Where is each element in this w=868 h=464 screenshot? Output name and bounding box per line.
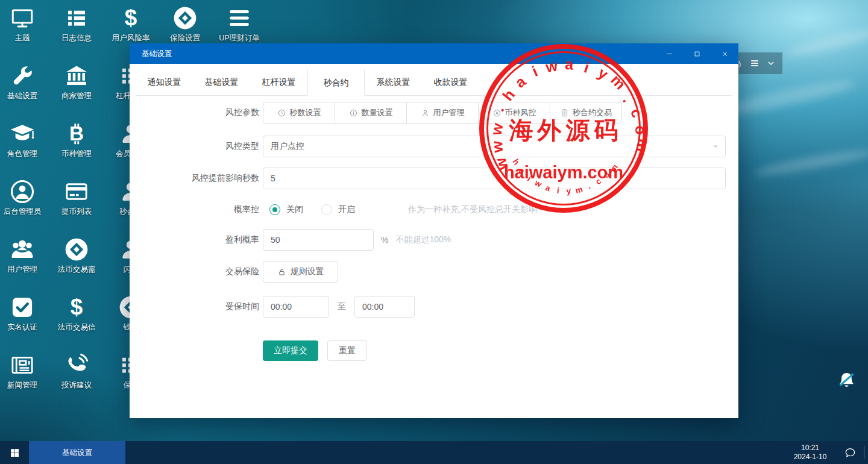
desktop-icon-label: 日志信息 [50,33,103,43]
tab-3[interactable]: 秒合约 [307,69,365,96]
show-desktop-divider[interactable] [864,446,864,459]
desktop-icon-label: UP理财订单 [213,33,266,43]
chat-button[interactable] [836,441,864,464]
settings-window: 基础设置 通知设置基础设置杠杆设置秒合约系统设置收款设置 风控参数 秒数设置数量… [130,43,738,418]
radio-closed[interactable]: 关闭 [269,204,303,215]
risk-param-button[interactable]: 秒合约交易 [550,102,622,124]
desktop-icon-label: 投诉建议 [50,380,103,390]
desktop-icon[interactable]: 保险设置 [159,5,212,43]
bell-muted-icon[interactable] [836,371,857,392]
desktop-icon[interactable]: 商家管理 [50,63,103,101]
desktop-icon[interactable]: UP理财订单 [213,5,266,43]
desktop-icon[interactable]: 用户管理 [0,236,49,275]
tab-4[interactable]: 系统设置 [365,69,422,95]
radio-open[interactable]: 开启 [321,204,355,215]
risk-advance-seconds-input[interactable] [263,168,726,189]
field-label: 概率控 [130,204,259,215]
tab-1[interactable]: 基础设置 [193,69,250,95]
minimize-button[interactable] [655,43,683,64]
desktop-icon-label: 用户风险率 [104,33,157,43]
window-titlebar[interactable]: 基础设置 [130,43,738,64]
desktop-icon-label: 角色管理 [0,149,49,159]
risk-param-button[interactable]: 秒数设置 [263,102,335,124]
desktop-icon[interactable]: $用户风险率 [104,5,157,43]
risk-param-button[interactable]: 用户管理 [406,102,479,124]
clipboard-icon [560,108,569,118]
insured-time-end-input[interactable] [354,296,415,318]
desktop-icon[interactable]: 实名认证 [0,294,49,333]
field-label: 交易保险 [130,266,259,277]
minimize-icon [665,49,674,58]
svg-text:B: B [69,122,84,145]
desktop-icon-label: 主题 [0,33,49,43]
tab-bar: 通知设置基础设置杠杆设置秒合约系统设置收款设置 [136,64,732,96]
menu-icon [227,5,252,31]
insured-time-start-input[interactable] [263,296,329,318]
list-icon [64,5,89,31]
lock-open-icon [277,268,286,277]
speech-bubble-icon [844,447,857,459]
desktop-icon[interactable]: 新闻管理 [0,352,49,390]
submit-button[interactable]: 立即提交 [263,340,318,361]
clock-date: 2024-1-10 [784,453,836,462]
desktop-icon-label: 法币交易需 [50,265,103,275]
window-controls [655,43,738,64]
risk-param-button[interactable]: 数量设置 [335,102,407,124]
desktop-icon[interactable]: 法币交易需 [50,236,103,275]
taskbar-clock[interactable]: 10:21 2024-1-10 [784,444,836,462]
desktop-icon[interactable]: B币种管理 [50,121,103,159]
risk-param-button[interactable]: 币种风控 [478,102,550,124]
desktop-icon-label: 新闻管理 [0,380,49,390]
close-button[interactable] [711,43,738,64]
tab-2[interactable]: 杠杆设置 [250,69,307,95]
desktop-icon[interactable]: 日志信息 [50,5,103,43]
taskbar: 基础设置 10:21 2024-1-10 [0,441,868,464]
percent-unit: % [381,235,388,245]
reset-button[interactable]: 重置 [327,340,367,361]
probability-hint: 作为一种补充,不受风控总开关影响 [408,204,537,215]
desktop-icon[interactable]: $法币交易信 [50,294,103,333]
trade-insurance-row: 交易保险 规则设置 [130,261,738,283]
desktop-icon[interactable]: 后台管理员 [0,178,49,217]
desktop-icon[interactable]: 基础设置 [0,63,49,101]
desktop-icon[interactable]: 投诉建议 [50,352,103,390]
desktop-icon-label: 后台管理员 [0,207,49,217]
field-label: 风控提前影响秒数 [130,173,259,184]
caret-down-icon [712,143,719,150]
tab-5[interactable]: 收款设置 [422,69,479,95]
select-value: 用户点控 [271,141,304,152]
desktop-icon[interactable]: 主题 [0,5,49,43]
check-square-icon [10,294,35,321]
wave-foam [753,146,868,179]
risk-type-select[interactable]: 用户点控 [263,136,726,157]
radio-dot-icon [321,204,332,215]
field-label: 盈利概率 [130,234,259,245]
menu-icon[interactable] [750,58,760,68]
button-label: 秒数设置 [290,107,321,118]
profit-hint: 不能超过100% [395,234,451,245]
bitcoin-icon: B [64,121,89,147]
desktop-icon[interactable]: 提币列表 [50,178,103,217]
button-label: 币种风控 [505,107,536,118]
profit-probability-row: 盈利概率 % 不能超过100% [130,229,738,251]
tab-0[interactable]: 通知设置 [136,69,193,95]
wrench-icon [10,63,35,89]
start-button[interactable] [0,441,29,464]
person-circle-icon [10,178,35,205]
taskbar-tray: 10:21 2024-1-10 [784,441,868,464]
radio-label: 开启 [338,204,355,215]
field-label: 风控类型 [130,141,259,152]
risk-advance-row: 风控提前影响秒数 [130,168,738,189]
maximize-button[interactable] [683,43,711,64]
desktop-icon-label: 实名认证 [0,322,49,333]
dollar-icon: $ [64,294,89,321]
rule-settings-button[interactable]: 规则设置 [263,261,338,283]
clock-icon [277,108,286,118]
chevron-down-icon[interactable] [767,59,775,67]
taskbar-active-task[interactable]: 基础设置 [29,441,125,464]
svg-text:$: $ [125,5,137,30]
profit-probability-input[interactable] [263,229,374,251]
circle-diamond-icon [172,5,198,31]
desktop-icon-label: 保险设置 [159,33,212,43]
desktop-icon[interactable]: 角色管理 [0,121,49,159]
